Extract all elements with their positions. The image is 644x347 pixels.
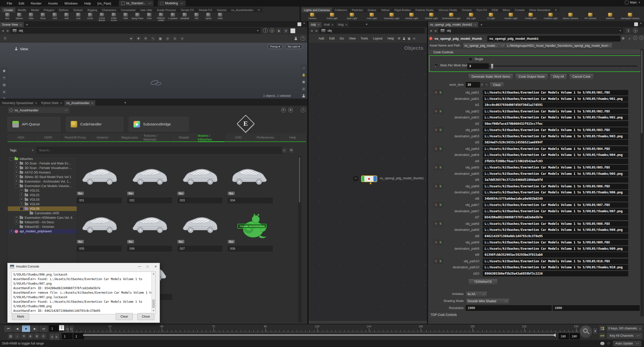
shelf-tool[interactable]: Grid [49,12,61,21]
radial-menu-icon[interactable]: ◎ [633,28,638,33]
shelf-tool[interactable]: Metaball [179,12,191,21]
expand-icon[interactable]: + [20,198,23,201]
obj-path-field[interactable]: L:/Assets/kitbashes/Evermotion Car Model… [483,109,628,114]
tree-item[interactable]: + VOL03 [8,197,77,202]
tab-scene-view[interactable]: Scene View✕ [0,22,24,27]
expand-icon[interactable]: + [20,194,23,197]
network-hscrollbar[interactable] [309,321,427,323]
asset-category-tab[interactable]: Megascans [116,134,143,142]
dopesheet-icon[interactable]: ⊙ [40,333,47,339]
cancel-cook-button[interactable]: Cancel Cook [569,73,594,80]
obj-path-field[interactable]: L:/Assets/kitbashes/Evermotion Car Model… [483,127,628,133]
shelf-tool[interactable]: Point Light [322,12,342,21]
shelf-tab[interactable]: Viscous Fluids [436,8,459,12]
tab-parameters[interactable]: ns_opengl_pdg_model_thumb1✕ [428,22,479,27]
memory-brain-icon[interactable] [600,342,605,345]
desktop-selector[interactable]: ns_Standart... ▲▼ [119,1,154,6]
obj-path-field[interactable]: L:/Assets/kitbashes/Evermotion Car Model… [483,240,628,245]
tree-item[interactable]: + VOL01 [8,188,77,193]
reference-plane-icon[interactable]: ▦ [301,79,307,85]
expand-icon[interactable]: + [15,171,18,174]
range-end-field[interactable]: 240 [559,333,569,339]
id-field[interactable]: 3a7dd536576c3713c6466d5108dae8fd [483,177,628,183]
shelf-tool[interactable]: Circle [84,12,96,21]
menu-view[interactable]: View [347,37,358,40]
viewport-3d[interactable]: View Persp ▾ No cam ▾ ▣ ✎ ▤ ➤ ✥ ⊞ ◇ □ 🔒 … [0,43,307,99]
asset-category-tab[interactable]: Models / Kitbashes [198,134,225,142]
id-field[interactable]: 01398fcbb352965ac59293be3f815ab8 [483,252,628,257]
shelf-tool[interactable]: Path [120,12,132,21]
shelf-tab[interactable]: Simple FX [196,8,214,12]
shelf-tab[interactable]: ns_AssetHandler [229,8,256,12]
shelf-tab[interactable]: Guide Process [155,8,178,12]
shelf-tool[interactable]: Torus [37,12,49,21]
shelf-tab[interactable]: Crowds [512,8,527,12]
shelf-tool[interactable]: Sphere [13,12,25,21]
menu-help[interactable]: Help [385,37,396,40]
expand-icon[interactable]: + [15,166,18,170]
expand-icon[interactable]: + [20,189,23,192]
tree-item[interactable]: + 3D Scan - Female and Male Ec... [8,161,77,166]
grid-view-icon[interactable]: ▦ [407,36,411,41]
menu-edit[interactable]: Edit [327,37,337,40]
obj-path-field[interactable]: L:/Assets/kitbashes/Evermotion Car Model… [483,90,628,95]
tree-item[interactable]: - kitbashes [8,157,77,161]
shelf-tool[interactable]: File [191,12,202,21]
expand-icon[interactable]: + [15,162,18,165]
snap-grid-icon[interactable]: ▦ [158,36,163,41]
pane-menu-icon[interactable]: ▼ [640,22,642,26]
shelf-tab[interactable]: Lights and Cameras [302,8,332,12]
id-field[interactable]: 2fb93cf280bcf6aa717d02d542eafc03 [483,159,628,164]
obj-path-field[interactable]: L:/Assets/kitbashes/Evermotion Car Model… [483,146,628,152]
edit-tool-icon[interactable]: ✎ [1,75,7,81]
asset-name-field[interactable]: 006 [127,246,172,251]
add-tab-button[interactable]: + [24,23,30,27]
asset-name-field[interactable]: 004 [228,198,273,203]
shelf-tool[interactable]: Tube [25,12,37,21]
terminate-button[interactable]: TERMINATE [468,279,498,285]
shelf-tab[interactable]: Constraints [119,8,138,12]
loop-icon[interactable]: ⟲ [21,333,27,339]
persp-view-button[interactable]: Persp ▾ [268,44,283,49]
shelf-tool[interactable]: L-System [167,12,179,21]
menu-layout[interactable]: Layout [371,37,385,40]
tags-dropdown[interactable]: Tags ▼ [8,147,36,154]
add-tab-button[interactable]: + [479,23,485,27]
destination-path-field[interactable]: L:/Assets/kitbashes/Evermotion Car Model… [483,134,628,139]
back-icon[interactable]: ◀ [309,29,314,32]
handles-tool-icon[interactable]: ▤ [1,82,7,88]
info-icon[interactable]: i [633,36,638,41]
list-view-icon[interactable]: ≡ [412,36,416,41]
wrench-icon[interactable]: ⚒ [397,36,401,41]
shelf-tool[interactable]: Ambient Light [541,12,561,21]
shelf-tool[interactable]: Null [61,12,72,21]
pane-maximize-icon[interactable] [297,22,302,26]
node-name-field[interactable]: ns_opengl_pdg_model_thumb1 [487,36,620,41]
shelf-tab[interactable]: Volume [214,8,229,12]
shelf-tool[interactable]: Geometry Light [382,12,402,21]
id-field[interactable]: 34b8034c5775a0dee1ebca9e982bd249 [483,196,628,201]
asset-category-tab[interactable]: USD [225,134,252,142]
destination-path-field[interactable]: L:/Assets/kitbashes/Evermotion Car Model… [483,190,628,195]
close-icon[interactable]: ✕ [317,23,319,26]
jump-start-button[interactable]: ⏮ [4,325,13,332]
shelf-tool[interactable]: Line [72,12,84,21]
slots-slider[interactable] [488,66,637,66]
menu-go[interactable]: Go [337,37,346,40]
pane-menu-icon[interactable]: ▼ [303,22,305,26]
shelf-tool[interactable]: Camera [302,12,322,21]
scroll-up-icon[interactable]: ▲ [152,272,155,276]
radial-icon[interactable]: ◎ [301,86,307,92]
wireframe-object[interactable] [149,78,163,87]
grid-menu-icon[interactable]: ⠿ [3,36,8,41]
menu-item[interactable]: Render [27,2,45,5]
resolution-x-field[interactable]: 1000 [466,305,552,311]
shelf-tab[interactable]: Model [29,8,41,12]
add-tab-button[interactable]: + [364,22,370,27]
tree-item[interactable]: + Evermotion - Archmodels Vol. 1... [8,179,77,184]
translate-tool-icon[interactable]: ✥ [136,36,141,41]
id-field[interactable]: 56ecf06bface370b860432f923cc7fec [483,121,628,126]
asset-name-field[interactable]: 002 [127,198,172,203]
shelf-tool[interactable]: Volume Light [402,12,421,21]
network-canvas[interactable]: Objects •• ns_opengl_pdg_model_thumb1 🔒 [309,43,427,321]
